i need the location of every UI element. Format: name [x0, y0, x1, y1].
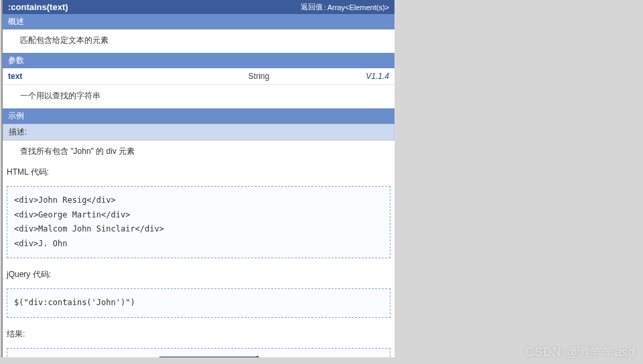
html-code-label: HTML 代码:: [3, 164, 395, 183]
param-desc: 一个用以查找的字符串: [3, 85, 395, 108]
watermark: CSDN @懒羊羊asd: [526, 344, 635, 360]
result-highlight: Malcom John Sinclair: [159, 357, 259, 357]
section-example: 示例: [3, 108, 395, 124]
jquery-code-block: $("div:contains('John')"): [7, 288, 390, 318]
selector-name: :contains(text): [8, 2, 68, 12]
example-sub-title: 描述:: [3, 124, 395, 141]
result-code-block: [ <div>John Resig</div>, <div>Malcom Joh…: [7, 348, 390, 357]
section-overview-title: 概述: [8, 16, 24, 27]
example-desc: 查找所有包含 "John" 的 div 元素: [3, 141, 395, 164]
section-example-title: 示例: [8, 110, 24, 122]
result-label: 结果:: [3, 326, 395, 345]
html-code-block: <div>John Resig</div> <div>George Martin…: [7, 186, 390, 258]
section-overview: 概述: [3, 14, 395, 29]
param-name: text: [8, 72, 182, 81]
selector-title-bar: :contains(text) 返回值:Array<Element(s)>: [3, 0, 395, 14]
section-params-title: 参数: [8, 55, 24, 66]
param-type: String: [182, 72, 336, 81]
return-type: 返回值:Array<Element(s)>: [301, 2, 389, 12]
section-params: 参数: [3, 53, 395, 68]
pointer-cursor-icon: [259, 355, 265, 357]
param-row: text String V1.1.4: [3, 68, 395, 85]
param-version: V1.1.4: [336, 72, 389, 81]
doc-panel: :contains(text) 返回值:Array<Element(s)> 概述…: [1, 0, 395, 357]
jquery-code-label: jQuery 代码:: [3, 266, 395, 286]
svg-marker-0: [257, 356, 264, 357]
overview-text: 匹配包含给定文本的元素: [3, 29, 395, 53]
